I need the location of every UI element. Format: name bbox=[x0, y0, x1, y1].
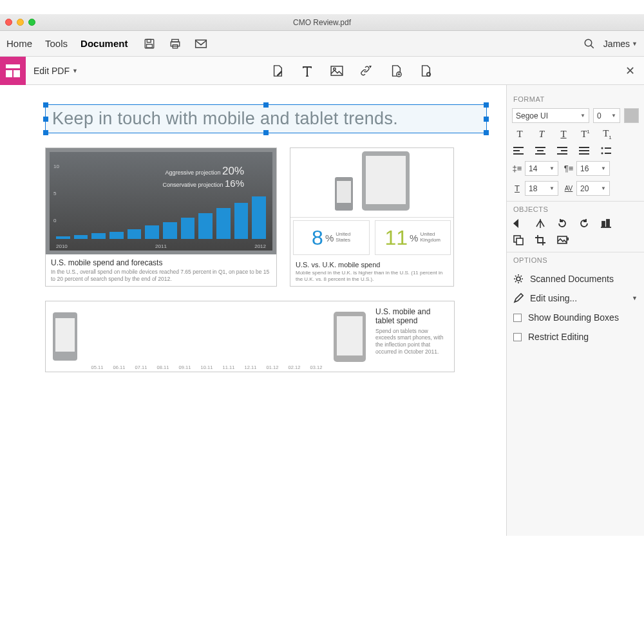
font-color-swatch[interactable] bbox=[624, 108, 639, 123]
selected-text-frame[interactable]: Keep in touch with mobile and tablet tre… bbox=[45, 104, 487, 133]
xtick: 2012 bbox=[254, 243, 266, 249]
option-edit-using[interactable]: Edit using... ▼ bbox=[512, 289, 639, 308]
close-panel-button[interactable]: ✕ bbox=[625, 64, 635, 78]
checkbox-icon[interactable] bbox=[513, 333, 522, 341]
stat-uk-num: 11 bbox=[384, 226, 408, 250]
tab-document[interactable]: Document bbox=[80, 35, 128, 52]
text-height-dropdown[interactable]: 18▼ bbox=[525, 181, 558, 196]
align-justify-icon[interactable] bbox=[579, 147, 592, 155]
tab-tools[interactable]: Tools bbox=[45, 35, 68, 52]
option-label: Restrict Editing bbox=[528, 332, 589, 342]
svg-rect-12 bbox=[331, 66, 343, 75]
flip-horizontal-icon[interactable] bbox=[513, 219, 526, 228]
document-canvas[interactable]: Keep in touch with mobile and tablet tre… bbox=[0, 85, 506, 536]
mode-badge bbox=[0, 57, 26, 85]
option-label: Scanned Documents bbox=[530, 274, 614, 284]
options-heading: OPTIONS bbox=[513, 256, 639, 264]
page-settings-icon[interactable] bbox=[419, 64, 432, 77]
line-spacing-icon: ‡≡ bbox=[512, 164, 522, 173]
checkbox-icon[interactable] bbox=[513, 314, 522, 322]
option-show-bounding-boxes[interactable]: Show Bounding Boxes bbox=[512, 308, 639, 327]
stat-uk-lbl: United Kingdom bbox=[420, 232, 440, 243]
svg-point-7 bbox=[585, 39, 592, 46]
svg-rect-33 bbox=[602, 222, 605, 227]
mode-selector[interactable]: Edit PDF ▼ bbox=[33, 66, 78, 76]
para-spacing-dropdown[interactable]: 16▼ bbox=[576, 161, 610, 176]
option-restrict-editing[interactable]: Restrict Editing bbox=[512, 327, 639, 346]
chart-forecasts bbox=[56, 168, 266, 239]
panel-mobile-tablet: 05.1106.1107.1108.1109.1110.1111.1112.11… bbox=[45, 301, 455, 372]
panelB-title: U.S. vs. U.K. mobile spend bbox=[296, 261, 448, 269]
font-family-dropdown[interactable]: Segoe UI▼ bbox=[512, 108, 589, 123]
font-size-value: 0 bbox=[597, 111, 601, 120]
kerning-dropdown[interactable]: 20▼ bbox=[576, 181, 610, 196]
option-label: Show Bounding Boxes bbox=[528, 312, 619, 323]
print-icon[interactable] bbox=[169, 37, 182, 50]
gear-icon bbox=[513, 274, 524, 284]
panelC-title: U.S. mobile and tablet spend bbox=[375, 308, 449, 326]
line-spacing-dropdown[interactable]: 14▼ bbox=[525, 161, 558, 176]
mode-label: Edit PDF bbox=[33, 66, 70, 76]
tab-home[interactable]: Home bbox=[6, 35, 32, 52]
svg-rect-10 bbox=[6, 70, 12, 77]
window-title: CMO Review.pdf bbox=[0, 18, 644, 27]
panelC-desc: Spend on tablets now exceeds smart phone… bbox=[375, 328, 449, 355]
text-italic-icon[interactable]: T bbox=[535, 129, 548, 140]
align-center-icon[interactable] bbox=[535, 147, 548, 155]
align-left-icon[interactable] bbox=[513, 147, 526, 155]
format-heading: FORMAT bbox=[513, 95, 639, 103]
bullet-list-icon[interactable] bbox=[601, 147, 614, 155]
chevron-down-icon: ▼ bbox=[632, 295, 638, 301]
para-spacing-icon: ¶≡ bbox=[564, 164, 574, 173]
search-icon[interactable] bbox=[583, 37, 596, 50]
rotate-cw-icon[interactable] bbox=[579, 218, 592, 229]
font-size-dropdown[interactable]: 0▼ bbox=[593, 108, 620, 123]
replace-image-icon[interactable] bbox=[557, 236, 570, 245]
font-family-value: Segoe UI bbox=[516, 111, 548, 120]
option-scanned-documents[interactable]: Scanned Documents bbox=[512, 269, 639, 289]
add-page-icon[interactable] bbox=[390, 64, 402, 77]
flip-vertical-icon[interactable] bbox=[535, 219, 548, 228]
stat-us-lbl: United States bbox=[336, 232, 350, 243]
text-underline-icon[interactable]: T bbox=[557, 129, 570, 140]
arrange-icon[interactable] bbox=[513, 235, 526, 245]
align-right-icon[interactable] bbox=[557, 147, 570, 155]
svg-rect-9 bbox=[6, 64, 20, 68]
add-image-icon[interactable] bbox=[330, 64, 343, 77]
objects-heading: OBJECTS bbox=[513, 205, 639, 213]
svg-rect-1 bbox=[147, 39, 151, 43]
edit-page-icon[interactable] bbox=[271, 64, 284, 77]
panelA-title: U.S. mobile spend and forecasts bbox=[51, 258, 271, 267]
rotate-ccw-icon[interactable] bbox=[557, 218, 570, 229]
svg-point-28 bbox=[601, 147, 603, 149]
svg-point-30 bbox=[601, 153, 603, 155]
save-icon[interactable] bbox=[143, 37, 156, 50]
mail-icon[interactable] bbox=[194, 37, 207, 50]
chevron-down-icon: ▼ bbox=[72, 68, 78, 74]
link-icon[interactable]: ▾ bbox=[360, 64, 373, 77]
kerning-icon: AV bbox=[564, 185, 574, 192]
headline-text: Keep in touch with mobile and tablet tre… bbox=[52, 109, 480, 129]
user-menu[interactable]: James ▼ bbox=[603, 39, 638, 49]
svg-rect-4 bbox=[171, 42, 180, 46]
svg-line-8 bbox=[591, 45, 594, 48]
stat-us-num: 8 bbox=[312, 226, 323, 250]
svg-point-38 bbox=[516, 277, 520, 281]
chart-mobile-tablet bbox=[87, 307, 327, 365]
text-superscript-icon[interactable]: T1 bbox=[579, 129, 592, 140]
add-text-icon[interactable] bbox=[301, 64, 314, 77]
text-subscript-icon[interactable]: T1 bbox=[601, 128, 614, 140]
main-tabbar: Home Tools Document James ▼ bbox=[0, 31, 644, 57]
panelA-desc: In the U.S., overall spend on mobile dev… bbox=[51, 269, 271, 282]
xtick: 2010 bbox=[56, 243, 68, 249]
text-height-icon: T bbox=[512, 184, 522, 193]
text-regular-icon[interactable]: T bbox=[513, 129, 526, 140]
align-objects-icon[interactable] bbox=[601, 219, 614, 228]
crop-icon[interactable] bbox=[535, 235, 548, 245]
toolstrip: Edit PDF ▼ ▾ ✕ bbox=[0, 57, 644, 85]
phone-icon bbox=[335, 177, 353, 211]
titlebar: CMO Review.pdf bbox=[0, 14, 644, 31]
kerning-value: 20 bbox=[580, 184, 589, 193]
panel-forecasts: Aggressive projection 20% Conservative p… bbox=[45, 147, 277, 287]
panelB-desc: Mobile spend in the U.K. is higher than … bbox=[296, 270, 448, 283]
